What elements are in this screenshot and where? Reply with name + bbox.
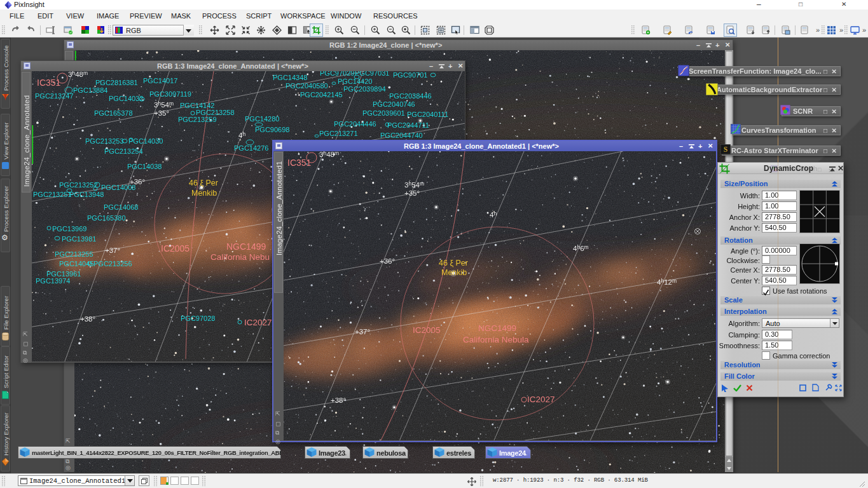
svg-text:PGC14045: PGC14045: [59, 260, 93, 268]
svg-text:PGC14032: PGC14032: [109, 95, 143, 102]
svg-text:PGC97028: PGC97028: [181, 315, 215, 322]
svg-text:PGC14017: PGC14017: [143, 77, 177, 85]
svg-text:PGC13969: PGC13969: [52, 225, 86, 233]
svg-text:NGC1499: NGC1499: [478, 323, 516, 333]
svg-text:PGC2816381: PGC2816381: [95, 79, 138, 86]
svg-text:PGC165380: PGC165380: [87, 214, 126, 222]
svg-text:PGC14068: PGC14068: [104, 203, 138, 211]
svg-text:PGC213271: PGC213271: [319, 130, 358, 137]
svg-text:PGC14276: PGC14276: [234, 144, 268, 152]
svg-text:PGC97029: PGC97029: [320, 71, 354, 77]
svg-text:PGC213259: PGC213259: [178, 116, 217, 123]
svg-text:California Nebula: California Nebula: [463, 335, 529, 344]
svg-text:IC2027: IC2027: [527, 395, 555, 404]
svg-text:46 ξ Per: 46 ξ Per: [439, 259, 468, 268]
svg-text:PGC13981: PGC13981: [62, 235, 96, 243]
svg-text:PGC2040746: PGC2040746: [373, 100, 415, 108]
svg-text:PGC213253: PGC213253: [85, 137, 124, 145]
svg-text:+37°: +37°: [105, 247, 120, 254]
svg-text:+38°: +38°: [331, 396, 346, 404]
svg-text:PGC13884: PGC13884: [73, 86, 107, 94]
svg-text:PGC2038446: PGC2038446: [389, 92, 432, 100]
svg-text:PGC213251: PGC213251: [33, 191, 72, 198]
svg-text:PGC213252: PGC213252: [59, 181, 98, 189]
svg-text:+36°: +36°: [130, 178, 145, 186]
svg-text:PGC2040111: PGC2040111: [407, 111, 448, 118]
svg-text:S: S: [724, 146, 727, 153]
svg-text:IC351: IC351: [37, 78, 61, 88]
svg-text:NGC1499: NGC1499: [226, 241, 266, 252]
svg-text:PGC2044711: PGC2044711: [387, 121, 429, 129]
svg-text:PGC14420: PGC14420: [338, 78, 372, 85]
svg-text:California Nebu: California Nebu: [210, 252, 270, 262]
svg-text:PGC2039601: PGC2039601: [362, 109, 405, 117]
svg-text:PGC213256: PGC213256: [93, 260, 132, 268]
svg-text:IC2027: IC2027: [244, 318, 272, 327]
svg-text:PGC2040580: PGC2040580: [286, 82, 328, 90]
svg-text:PGC213255: PGC213255: [55, 250, 93, 258]
svg-text:Menkib: Menkib: [191, 189, 217, 198]
svg-text:PGC2042145: PGC2042145: [300, 91, 343, 98]
svg-text:PGC213247: PGC213247: [35, 92, 74, 100]
svg-text:PGC14280: PGC14280: [245, 115, 279, 123]
svg-text:+38°: +38°: [80, 315, 95, 323]
svg-text:PGC2044446: PGC2044446: [334, 120, 376, 128]
svg-text:IC2005: IC2005: [161, 243, 189, 254]
svg-text:PGC14030: PGC14030: [128, 137, 163, 145]
svg-text:Menkib: Menkib: [441, 268, 467, 277]
svg-text:IC2005: IC2005: [413, 325, 441, 335]
svg-text:+37°: +37°: [355, 328, 370, 336]
svg-text:PGC90701: PGC90701: [393, 71, 427, 79]
svg-text:PGC90698: PGC90698: [255, 126, 289, 133]
svg-text:PGC13948: PGC13948: [69, 191, 104, 198]
svg-text:PGC165378: PGC165378: [94, 109, 133, 117]
svg-text:IC351: IC351: [287, 158, 312, 168]
svg-text:+36°: +36°: [380, 257, 395, 265]
svg-text:PGC2039894: PGC2039894: [343, 85, 386, 93]
svg-text:PGC13974: PGC13974: [36, 277, 70, 285]
svg-text:46 ξ Per: 46 ξ Per: [189, 179, 218, 187]
svg-text:PGC14348: PGC14348: [273, 74, 307, 81]
svg-text:+35°: +35°: [404, 189, 420, 197]
svg-text:PGC14038: PGC14038: [127, 163, 162, 170]
svg-text:PGC97031: PGC97031: [355, 71, 389, 77]
svg-text:PGC3097119: PGC3097119: [149, 90, 191, 98]
svg-text:+35°: +35°: [154, 109, 169, 117]
svg-text:PGC213254: PGC213254: [104, 147, 143, 155]
svg-text:PGC2044740: PGC2044740: [380, 132, 423, 139]
